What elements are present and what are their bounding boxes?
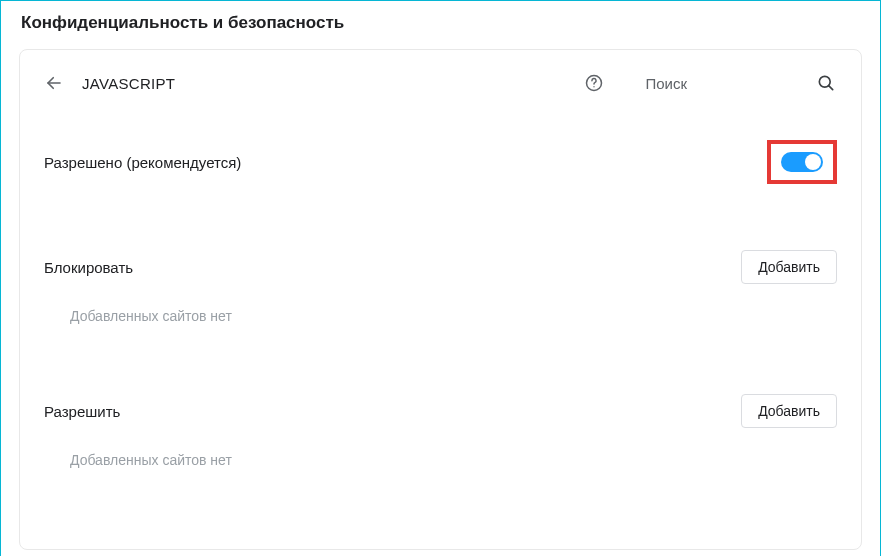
toggle-knob	[805, 154, 821, 170]
panel-header: JAVASCRIPT Поиск	[40, 50, 841, 116]
allow-section-title: Разрешить	[44, 403, 120, 420]
block-add-button[interactable]: Добавить	[741, 250, 837, 284]
svg-line-4	[829, 86, 833, 90]
block-empty-text: Добавленных сайтов нет	[44, 290, 837, 352]
svg-point-2	[594, 86, 595, 87]
search-icon[interactable]	[815, 72, 837, 94]
allow-add-button[interactable]: Добавить	[741, 394, 837, 428]
page-title: Конфиденциальность и безопасность	[1, 1, 880, 41]
block-section-header: Блокировать Добавить	[44, 238, 837, 290]
toggle-highlight-box	[767, 140, 837, 184]
block-section-title: Блокировать	[44, 259, 133, 276]
allow-section-header: Разрешить Добавить	[44, 382, 837, 434]
settings-panel: JAVASCRIPT Поиск Разрешено (рекомендуетс…	[19, 49, 862, 550]
panel-content: Разрешено (рекомендуется) Блокировать До…	[40, 116, 841, 496]
search-label[interactable]: Поиск	[645, 75, 687, 92]
allow-empty-text: Добавленных сайтов нет	[44, 434, 837, 496]
allowed-toggle[interactable]	[781, 152, 823, 172]
help-icon[interactable]	[583, 72, 605, 94]
allowed-label: Разрешено (рекомендуется)	[44, 154, 241, 171]
panel-title: JAVASCRIPT	[82, 75, 565, 92]
allowed-setting-row: Разрешено (рекомендуется)	[44, 130, 837, 194]
back-arrow-icon[interactable]	[44, 73, 64, 93]
